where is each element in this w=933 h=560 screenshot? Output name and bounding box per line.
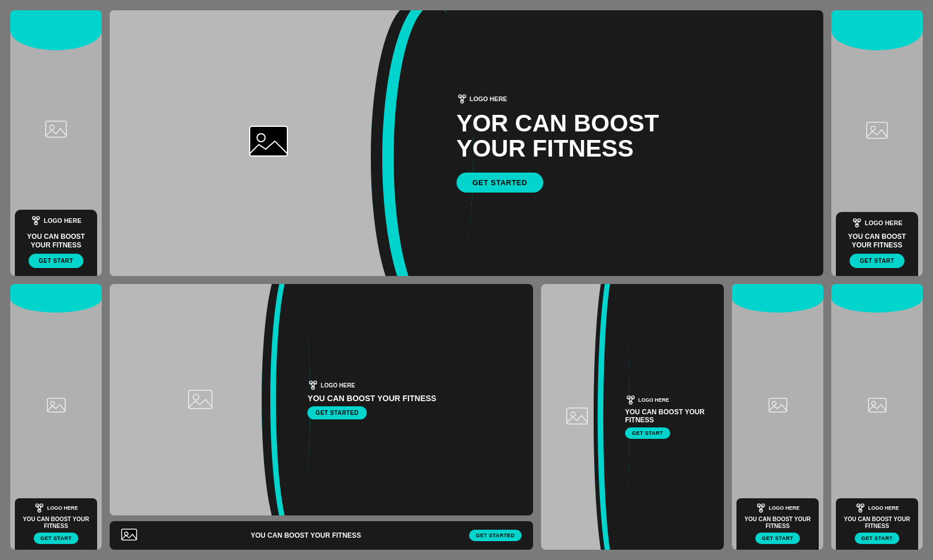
svg-point-52 bbox=[871, 401, 875, 405]
bc-img-placeholder bbox=[187, 389, 213, 411]
logo: LOGO HERE bbox=[30, 215, 81, 226]
brn1-logo: LOGO HERE bbox=[755, 503, 799, 513]
brp-logo: LOGO HERE bbox=[625, 395, 669, 405]
bl-logo-text: LOGO HERE bbox=[47, 505, 78, 511]
brn2-img-placeholder bbox=[867, 397, 887, 414]
svg-point-22 bbox=[50, 401, 54, 405]
right-top-arc bbox=[831, 10, 923, 50]
main-heading: YOR CAN BOOST YOUR FITNESS bbox=[457, 111, 659, 161]
brp-content: LOGO HERE YOU CAN BOOST YOUR FITNESS GET… bbox=[625, 395, 719, 439]
brp-logo-text: LOGO HERE bbox=[638, 397, 669, 403]
svg-point-38 bbox=[571, 412, 575, 417]
brn2-logo: LOGO HERE bbox=[855, 503, 899, 513]
brn1-logo-text: LOGO HERE bbox=[768, 505, 799, 511]
brp-text-side: LOGO HERE YOU CAN BOOST YOUR FITNESS GET… bbox=[614, 284, 724, 550]
banner-logo-text: LOGO HERE bbox=[470, 95, 507, 102]
banner-text-side: LOGO HERE YOR CAN BOOST YOUR FITNESS GET… bbox=[428, 10, 823, 276]
banner-image-placeholder bbox=[249, 125, 289, 162]
bottom-right-two-narrow: LOGO HERE YOU CAN BOOST YOUR FITNESS GET… bbox=[732, 284, 923, 550]
brn2-get-start-button[interactable]: GET START bbox=[855, 533, 900, 544]
brn1-arc bbox=[732, 284, 823, 313]
bottom-left-card: LOGO HERE YOU CAN BOOST YOUR FITNESS GET… bbox=[10, 284, 102, 550]
brn1-dark-panel: LOGO HERE YOU CAN BOOST YOUR FITNESS GET… bbox=[736, 498, 819, 550]
svg-rect-21 bbox=[47, 398, 65, 412]
brn2-img-area bbox=[867, 313, 887, 498]
bc-logo: LOGO HERE bbox=[307, 380, 355, 390]
bottom-row: LOGO HERE YOU CAN BOOST YOUR FITNESS GET… bbox=[10, 284, 923, 550]
right-top-get-start-button[interactable]: GET START bbox=[850, 254, 904, 268]
svg-rect-51 bbox=[868, 398, 886, 412]
image-area bbox=[10, 50, 102, 210]
brn2-tagline: YOU CAN BOOST YOUR FITNESS bbox=[839, 516, 915, 530]
bl-img-area bbox=[46, 313, 66, 498]
bottom-panel: LOGO HERE YOU CAN BOOST YOUR FITNESS GET… bbox=[15, 210, 97, 276]
svg-point-36 bbox=[125, 532, 128, 535]
brn1-tagline: YOU CAN BOOST YOUR FITNESS bbox=[740, 516, 815, 530]
right-top-logo-text: LOGO HERE bbox=[864, 219, 902, 226]
right-top-bottom-panel: LOGO HERE YOU CAN BOOST YOUR FITNESS GET… bbox=[836, 212, 918, 276]
brn1-img-area bbox=[768, 313, 788, 498]
svg-rect-14 bbox=[867, 122, 887, 138]
brn-card-2: LOGO HERE YOU CAN BOOST YOUR FITNESS GET… bbox=[831, 284, 923, 550]
get-started-button-main[interactable]: GET STARTED bbox=[457, 173, 543, 193]
banner-logo: LOGO HERE bbox=[457, 94, 507, 104]
image-placeholder bbox=[45, 120, 67, 140]
brn2-logo-text: LOGO HERE bbox=[868, 505, 899, 511]
brn1-img-placeholder bbox=[768, 397, 788, 414]
bc-get-started-button[interactable]: GET STARTED bbox=[307, 406, 366, 419]
svg-point-9 bbox=[458, 95, 461, 98]
banner-image-side bbox=[110, 10, 428, 276]
logo-text: LOGO HERE bbox=[43, 217, 81, 224]
brp-heading: YOU CAN BOOST YOUR FITNESS bbox=[625, 408, 719, 425]
right-top-card: LOGO HERE YOU CAN BOOST YOUR FITNESS GET… bbox=[831, 10, 923, 276]
get-start-button[interactable]: GET START bbox=[29, 254, 83, 268]
right-top-img-area bbox=[831, 50, 923, 212]
bc-text-side: LOGO HERE YOU CAN BOOST YOUR FITNESS GET… bbox=[290, 284, 533, 515]
bc-img-side bbox=[110, 284, 290, 515]
bc-heading: YOU CAN BOOST YOUR FITNESS bbox=[307, 394, 436, 403]
svg-point-1 bbox=[50, 125, 54, 130]
bc-strip-tagline: YOU CAN BOOST YOUR FITNESS bbox=[251, 531, 361, 539]
logo-area: LOGO HERE bbox=[30, 215, 81, 228]
svg-point-29 bbox=[193, 394, 199, 400]
svg-point-8 bbox=[257, 134, 265, 142]
center-top-banner: LOGO HERE YOR CAN BOOST YOUR FITNESS GET… bbox=[110, 10, 823, 276]
bl-dark-panel: LOGO HERE YOU CAN BOOST YOUR FITNESS GET… bbox=[15, 498, 97, 550]
bl-top-arc bbox=[10, 284, 102, 313]
svg-rect-44 bbox=[769, 398, 787, 412]
brp-get-start-button[interactable]: GET START bbox=[625, 427, 670, 439]
bc-wide-top: LOGO HERE YOU CAN BOOST YOUR FITNESS GET… bbox=[110, 284, 533, 515]
right-top-logo: LOGO HERE bbox=[851, 218, 902, 228]
svg-point-2 bbox=[33, 217, 35, 219]
bc-wide-bottom: YOU CAN BOOST YOUR FITNESS GET STARTED bbox=[110, 521, 533, 550]
brn1-get-start-button[interactable]: GET START bbox=[755, 533, 800, 544]
right-top-img-placeholder bbox=[866, 121, 888, 141]
bottom-right-portrait: LOGO HERE YOU CAN BOOST YOUR FITNESS GET… bbox=[541, 284, 724, 550]
svg-point-30 bbox=[310, 381, 313, 384]
bl-tagline: YOU CAN BOOST YOUR FITNESS bbox=[18, 516, 94, 530]
left-top-card: LOGO HERE YOU CAN BOOST YOUR FITNESS GET… bbox=[10, 10, 102, 276]
bc-logo-text: LOGO HERE bbox=[321, 382, 355, 389]
svg-rect-28 bbox=[189, 390, 212, 409]
svg-rect-37 bbox=[567, 408, 587, 424]
tagline: YOU CAN BOOST YOUR FITNESS bbox=[19, 233, 93, 249]
svg-rect-0 bbox=[46, 121, 66, 137]
bl-logo: LOGO HERE bbox=[34, 503, 78, 513]
bottom-center-wide: LOGO HERE YOU CAN BOOST YOUR FITNESS GET… bbox=[110, 284, 533, 550]
bl-img-placeholder bbox=[46, 397, 66, 414]
top-cyan-arc bbox=[10, 10, 102, 50]
brp-img-placeholder bbox=[566, 407, 588, 427]
svg-point-45 bbox=[772, 401, 776, 405]
brn2-dark-panel: LOGO HERE YOU CAN BOOST YOUR FITNESS GET… bbox=[836, 498, 918, 550]
svg-point-15 bbox=[871, 126, 875, 131]
brn-card-1: LOGO HERE YOU CAN BOOST YOUR FITNESS GET… bbox=[732, 284, 823, 550]
right-top-tagline: YOU CAN BOOST YOUR FITNESS bbox=[840, 233, 914, 249]
brn2-arc bbox=[831, 284, 923, 313]
bc-strip-get-started[interactable]: GET STARTED bbox=[469, 530, 522, 541]
bc-content: LOGO HERE YOU CAN BOOST YOUR FITNESS GET… bbox=[307, 380, 436, 419]
bc-strip-img bbox=[121, 529, 137, 542]
bl-get-start-button[interactable]: GET START bbox=[34, 533, 79, 544]
banner-content: LOGO HERE YOR CAN BOOST YOUR FITNESS GET… bbox=[457, 94, 659, 193]
